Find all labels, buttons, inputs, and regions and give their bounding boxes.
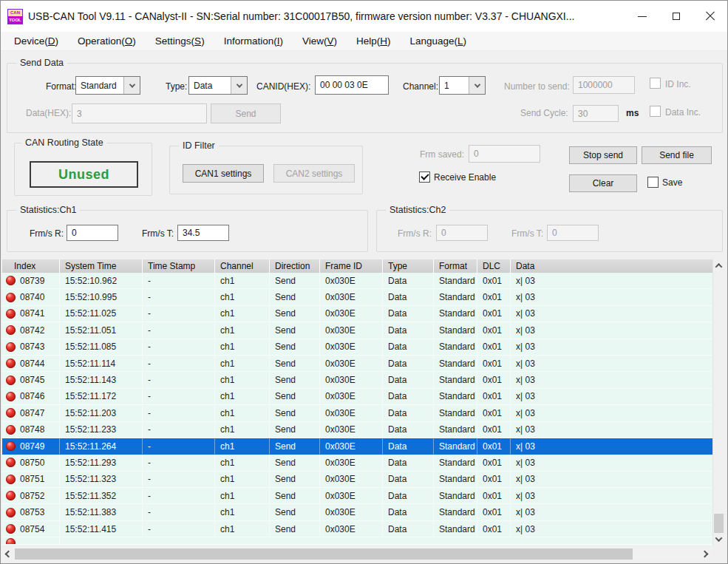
frame-dot-icon [6,293,16,302]
table-row[interactable]: 08750 15:52:11.293 - ch1 Send 0x030E Dat… [2,455,712,471]
frm-saved-input[interactable]: 0 [469,145,540,163]
table-row[interactable]: 08740 15:52:10.995 - ch1 Send 0x030E Dat… [2,289,712,305]
cell-format: Standard [434,322,477,339]
table-row[interactable]: 08749 15:52:11.264 - ch1 Send 0x030E Dat… [2,438,712,455]
cell-channel: ch1 [215,289,270,305]
cell-direction: Send [270,438,320,455]
table-row[interactable]: 08748 15:52:11.233 - ch1 Send 0x030E Dat… [2,422,712,438]
column-header-direction[interactable]: Direction [270,259,320,273]
menu-item[interactable]: Device(D) [4,32,68,50]
can2-settings-button[interactable]: CAN2 settings [273,164,355,183]
cell-direction: Send [270,422,320,438]
cell-index: 08745 [20,375,44,385]
cell-data: x| 03 [511,389,712,405]
cell-time-stamp: - [143,455,215,471]
data-inc-checkbox[interactable] [650,106,661,117]
format-label: Format: [46,81,76,92]
column-header-data[interactable]: Data [511,259,712,273]
column-header-type[interactable]: Type [383,259,434,273]
table-row[interactable]: 08741 15:52:11.025 - ch1 Send 0x030E Dat… [2,306,712,322]
cell-frame-id: 0x030E [320,372,383,388]
chevron-down-icon[interactable] [123,77,140,94]
menu-item[interactable]: Information(I) [214,32,293,50]
table-row[interactable]: 08752 15:52:11.352 - ch1 Send 0x030E Dat… [2,488,712,504]
cell-data: x| 03 [511,273,712,289]
send-file-button[interactable]: Send file [642,146,712,164]
minimize-button[interactable] [625,1,659,32]
scroll-down-button[interactable] [713,533,724,546]
stop-send-button[interactable]: Stop send [569,146,637,164]
clear-button[interactable]: Clear [569,174,637,192]
cell-data: x| 03 [511,322,712,339]
scroll-up-button[interactable] [713,259,724,272]
cell-time-stamp: - [143,273,215,289]
receive-enable-label: Receive Enable [434,172,496,183]
table-row[interactable]: 08739 15:52:10.962 - ch1 Send 0x030E Dat… [2,273,712,289]
column-header-dlc[interactable]: DLC [477,259,511,273]
id-inc-checkbox[interactable] [650,78,661,89]
frame-dot-icon [6,276,16,285]
column-header-format[interactable]: Format [434,259,477,273]
column-header-index[interactable]: Index [2,259,60,273]
ch1-frm-r-value[interactable]: 0 [67,225,118,241]
menu-item[interactable]: Help(H) [347,32,401,50]
window-title: USB-CAN Tool V9.11 - CANalyst-II - SN:Se… [28,10,574,22]
cell-time-stamp: - [143,521,215,537]
close-button[interactable] [693,1,727,32]
table-row[interactable]: 08754 15:52:11.415 - ch1 Send 0x030E Dat… [2,521,712,537]
send-button[interactable]: Send [211,103,281,123]
horizontal-scroll-thumb[interactable] [15,548,633,560]
channel-select[interactable]: 1 [439,76,486,95]
number-to-send-input[interactable]: 1000000 [573,76,635,94]
cell-data: x| 03 [511,521,712,537]
cell-frame-id: 0x030E [320,356,383,372]
cell-time-stamp: - [143,438,215,455]
cell-index: 08748 [20,424,44,435]
cell-format: Standard [434,488,477,504]
ch1-frm-t-value[interactable]: 34.5 [177,225,229,241]
menu-item[interactable]: Language(L) [400,32,476,50]
frame-dot-icon [6,524,16,534]
table-row[interactable]: 08743 15:52:11.085 - ch1 Send 0x030E Dat… [2,339,712,356]
menu-item[interactable]: Operation(O) [68,32,146,50]
ch2-frm-t-value[interactable]: 0 [547,225,599,241]
cell-system-time: 15:52:11.143 [60,372,143,388]
cell-index: 08753 [20,507,44,517]
table-row[interactable]: 08745 15:52:11.143 - ch1 Send 0x030E Dat… [2,372,712,388]
chevron-down-icon[interactable] [231,77,247,94]
scroll-left-button[interactable] [2,548,15,560]
send-cycle-input[interactable]: 30 [573,105,619,122]
table-row[interactable]: 08753 15:52:11.383 - ch1 Send 0x030E Dat… [2,504,712,520]
menu-item[interactable]: Settings(S) [146,32,214,50]
vertical-scrollbar[interactable] [712,259,724,546]
table-row[interactable]: 08747 15:52:11.203 - ch1 Send 0x030E Dat… [2,405,712,421]
format-select[interactable]: Standard [75,76,140,95]
chevron-down-icon[interactable] [469,77,485,94]
column-header-frame-id[interactable]: Frame ID [320,259,383,273]
data-hex-input[interactable]: 3 [72,103,207,123]
scroll-right-button[interactable] [698,548,711,560]
column-header-time-stamp[interactable]: Time Stamp [143,259,215,273]
column-header-channel[interactable]: Channel [215,259,270,273]
receive-enable-checkbox[interactable] [419,171,430,183]
maximize-button[interactable] [659,1,693,32]
can1-settings-button[interactable]: CAN1 settings [183,164,264,183]
table-row[interactable]: 08751 15:52:11.323 - ch1 Send 0x030E Dat… [2,472,712,488]
type-select[interactable]: Data [188,76,248,95]
table-row[interactable]: 08746 15:52:11.172 - ch1 Send 0x030E Dat… [2,389,712,405]
table-row[interactable]: 08742 15:52:11.051 - ch1 Send 0x030E Dat… [2,322,712,339]
table-row-partial[interactable] [2,537,712,545]
save-checkbox[interactable] [647,177,659,188]
menu-item[interactable]: View(V) [293,32,347,50]
column-header-system-time[interactable]: System Time [60,259,143,273]
cell-channel: ch1 [215,504,270,520]
chevron-down-icon [715,534,723,542]
frames-table: Index System Time Time Stamp Channel Dir… [2,259,724,546]
canid-input[interactable]: 00 00 03 0E [315,75,389,95]
horizontal-scrollbar[interactable] [2,548,711,560]
ch2-frm-r-value[interactable]: 0 [436,225,488,241]
table-row[interactable]: 08744 15:52:11.114 - ch1 Send 0x030E Dat… [2,356,712,372]
cell-direction: Send [270,273,320,289]
vertical-scroll-thumb[interactable] [714,514,724,533]
cell-frame-id: 0x030E [320,389,383,405]
